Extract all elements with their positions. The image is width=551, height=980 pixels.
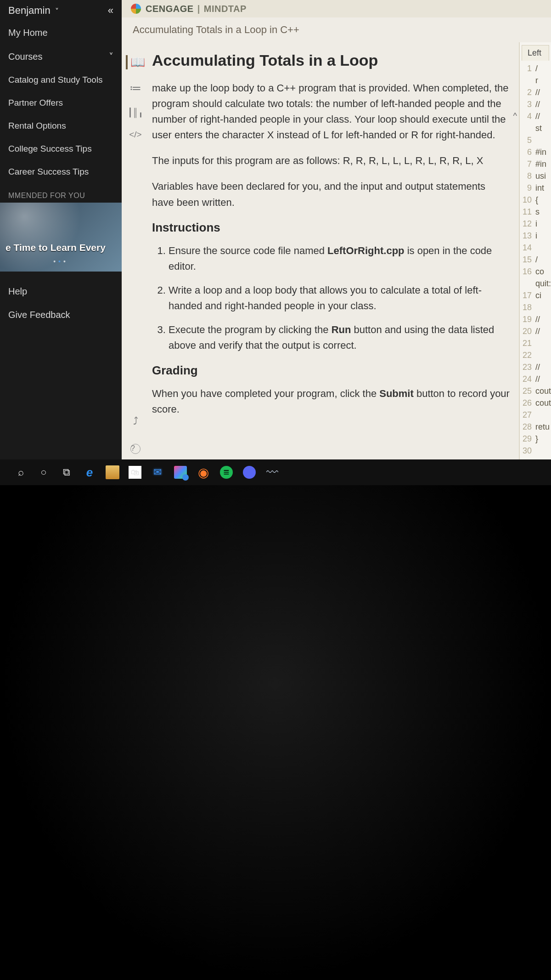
page-title: Accumulating Totals in a Loop bbox=[152, 42, 510, 80]
nav-catalog[interactable]: Catalog and Study Tools bbox=[0, 68, 122, 91]
firefox-icon[interactable]: ◉ bbox=[197, 465, 210, 479]
code-line[interactable]: st bbox=[520, 122, 551, 134]
desk-surface bbox=[0, 485, 551, 980]
code-line[interactable]: 25 cout bbox=[520, 385, 551, 397]
photos-icon[interactable] bbox=[174, 465, 187, 479]
code-line[interactable]: 12 i bbox=[520, 218, 551, 230]
code-line[interactable]: 8usi bbox=[520, 170, 551, 182]
cortana-icon[interactable]: ○ bbox=[37, 465, 51, 479]
chevron-down-icon: ˅ bbox=[109, 51, 113, 62]
nav-college-success[interactable]: College Success Tips bbox=[0, 137, 122, 160]
code-line[interactable]: 17 ci bbox=[520, 289, 551, 301]
code-line[interactable]: 22 bbox=[520, 349, 551, 361]
code-line[interactable]: 18 bbox=[520, 301, 551, 313]
search-icon[interactable]: ⌕ bbox=[14, 465, 28, 479]
steps-icon[interactable]: ≔ bbox=[129, 81, 141, 96]
instruction-3: Execute the program by clicking the Run … bbox=[169, 322, 510, 353]
code-line[interactable]: 9int bbox=[520, 182, 551, 194]
code-line[interactable]: 13 i bbox=[520, 230, 551, 242]
scroll-up-icon[interactable]: ^ bbox=[513, 111, 517, 121]
code-line[interactable]: 14 bbox=[520, 242, 551, 254]
recommended-header: MMENDED FOR YOU bbox=[0, 183, 122, 203]
nav-rental-options[interactable]: Rental Options bbox=[0, 114, 122, 137]
code-line[interactable]: 27 bbox=[520, 409, 551, 421]
nav-feedback[interactable]: Give Feedback bbox=[0, 303, 122, 327]
code-line[interactable]: 3// bbox=[520, 98, 551, 110]
nav-my-home[interactable]: My Home bbox=[0, 21, 122, 45]
nav-help[interactable]: Help bbox=[0, 280, 122, 303]
sidebar: Benjamin ˅ « My Home Courses˅ Catalog an… bbox=[0, 0, 122, 487]
grading-paragraph: When you have completed your program, cl… bbox=[152, 386, 510, 417]
code-line[interactable]: 21 bbox=[520, 337, 551, 349]
mail-icon[interactable]: ✉ bbox=[151, 465, 164, 479]
instruction-2: Write a loop and a loop body that allows… bbox=[169, 283, 510, 314]
promo-title: e Time to Learn Every bbox=[6, 242, 116, 253]
discord-icon[interactable] bbox=[242, 465, 256, 479]
chart-icon[interactable]: ┃║╻ bbox=[128, 108, 144, 118]
nav-courses[interactable]: Courses˅ bbox=[0, 45, 122, 68]
user-menu[interactable]: Benjamin ˅ « bbox=[0, 0, 122, 21]
windows-taskbar: ⌕ ○ ⧉ e 🛍 ✉ ◉ ≡ 〰 bbox=[0, 459, 551, 485]
file-explorer-icon[interactable] bbox=[106, 465, 119, 479]
code-line[interactable]: 30 bbox=[520, 445, 551, 457]
brand-bar: CENGAGE | MINDTAP bbox=[122, 0, 551, 17]
code-icon[interactable]: </> bbox=[129, 130, 141, 140]
grading-heading: Grading bbox=[152, 363, 510, 378]
nav-partner-offers[interactable]: Partner Offers bbox=[0, 91, 122, 114]
help-icon[interactable]: ? bbox=[130, 444, 141, 454]
code-line[interactable]: quit: bbox=[520, 278, 551, 289]
code-line[interactable]: 5 bbox=[520, 134, 551, 146]
code-line[interactable]: 20 // bbox=[520, 325, 551, 337]
instructions-panel: ^ Accumulating Totals in a Loop make up … bbox=[149, 42, 519, 487]
code-line[interactable]: 11 s bbox=[520, 206, 551, 218]
brand-mindtap: MINDTAP bbox=[204, 4, 247, 14]
code-line[interactable]: 23 // bbox=[520, 361, 551, 373]
store-icon[interactable]: 🛍 bbox=[129, 466, 141, 479]
code-line[interactable]: 6#in bbox=[520, 146, 551, 158]
intro-paragraph-2: The inputs for this program are as follo… bbox=[152, 153, 510, 169]
instructions-heading: Instructions bbox=[152, 221, 510, 235]
intro-paragraph-1: make up the loop body to a C++ program t… bbox=[152, 80, 510, 143]
edge-icon[interactable]: e bbox=[83, 465, 96, 479]
code-line[interactable]: 1/ bbox=[520, 62, 551, 74]
editor-tab[interactable]: Left bbox=[522, 45, 549, 61]
brand-cengage: CENGAGE bbox=[146, 4, 194, 14]
book-icon[interactable]: 📖 bbox=[126, 55, 145, 69]
instructions-list: Ensure the source code file named LeftOr… bbox=[152, 243, 510, 354]
code-line[interactable]: 29} bbox=[520, 433, 551, 445]
code-line[interactable]: 24 // bbox=[520, 373, 551, 385]
code-line[interactable]: 26 cout bbox=[520, 397, 551, 409]
code-line[interactable]: 4// bbox=[520, 110, 551, 122]
tool-column: 📖 ≔ ┃║╻ </> ⤴ ? ⚙ bbox=[122, 42, 149, 487]
code-line[interactable]: r bbox=[520, 74, 551, 86]
taskview-icon[interactable]: ⧉ bbox=[60, 465, 73, 479]
cengage-logo-icon bbox=[131, 4, 141, 14]
code-line[interactable]: 7#in bbox=[520, 158, 551, 170]
promo-card[interactable]: e Time to Learn Every ••• bbox=[0, 203, 122, 272]
code-line[interactable]: 15 / bbox=[520, 254, 551, 266]
code-line[interactable]: 28 retu bbox=[520, 421, 551, 433]
breadcrumb: Accumulating Totals in a Loop in C++ bbox=[122, 17, 551, 42]
nav-career-success[interactable]: Career Success Tips bbox=[0, 160, 122, 183]
code-line[interactable]: 2// bbox=[520, 86, 551, 98]
spotify-icon[interactable]: ≡ bbox=[219, 465, 233, 479]
code-editor[interactable]: Left 1/r2//3//4//st56#in7#in8usi9int10{1… bbox=[519, 42, 551, 487]
steam-icon[interactable]: 〰 bbox=[265, 465, 279, 479]
code-line[interactable]: 19 // bbox=[520, 313, 551, 325]
chevron-down-icon: ˅ bbox=[53, 7, 59, 15]
intro-paragraph-3: Variables have been declared for you, an… bbox=[152, 179, 510, 210]
code-line[interactable]: 10{ bbox=[520, 194, 551, 206]
instruction-1: Ensure the source code file named LeftOr… bbox=[169, 243, 510, 274]
code-gutter: 1/r2//3//4//st56#in7#in8usi9int10{11 s12… bbox=[520, 61, 551, 487]
code-line[interactable]: 16 co bbox=[520, 266, 551, 278]
collapse-sidebar-icon[interactable]: « bbox=[108, 5, 113, 17]
carousel-dots[interactable]: ••• bbox=[0, 258, 122, 265]
share-icon[interactable]: ⤴ bbox=[133, 415, 138, 427]
